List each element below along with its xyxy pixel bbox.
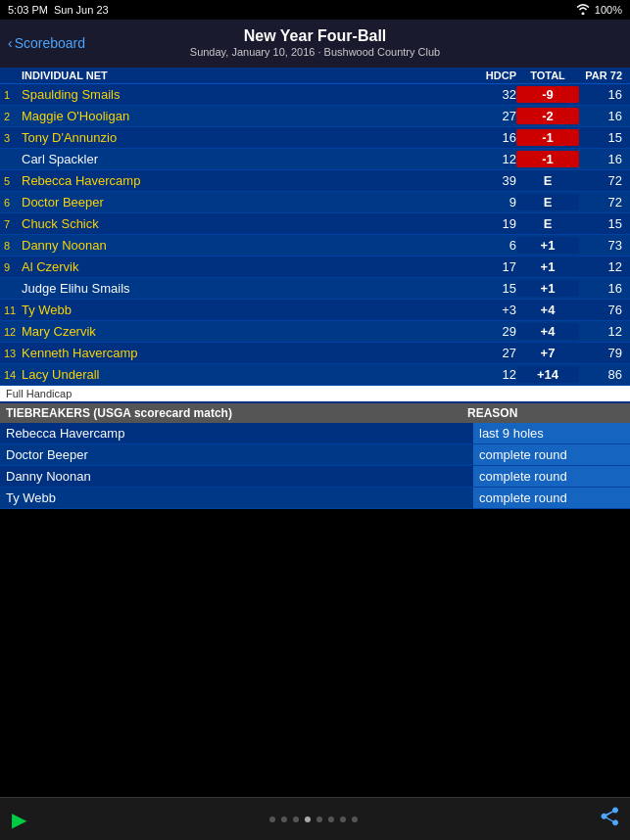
page-dot bbox=[340, 817, 346, 822]
player-par: 12 bbox=[579, 324, 626, 339]
player-rank: 13 bbox=[4, 348, 22, 359]
scoreboard-content: INDIVIDUAL NET HDCP TOTAL PAR 72 1 Spaul… bbox=[0, 68, 630, 509]
tiebreaker-reason: last 9 holes bbox=[473, 423, 630, 443]
table-row[interactable]: 3 Tony D'Annunzio 16 -1 15 bbox=[0, 127, 630, 149]
player-hdcp: 12 bbox=[473, 367, 516, 382]
player-total: -1 bbox=[516, 151, 579, 167]
tiebreaker-row[interactable]: Danny Noonan complete round bbox=[0, 466, 630, 488]
tiebreakers-title: TIEBREAKERS (USGA scorecard match) bbox=[6, 406, 467, 420]
back-button[interactable]: ‹ Scoreboard bbox=[8, 35, 85, 51]
table-row[interactable]: 13 Kenneth Havercamp 27 +7 79 bbox=[0, 343, 630, 364]
page-dot bbox=[352, 817, 358, 822]
player-hdcp: 12 bbox=[473, 152, 516, 166]
player-hdcp: 27 bbox=[473, 346, 516, 360]
player-rank: 11 bbox=[4, 304, 22, 316]
player-name: Danny Noonan bbox=[22, 238, 473, 253]
page-dot bbox=[328, 817, 334, 822]
player-par: 15 bbox=[579, 130, 626, 145]
player-hdcp: 9 bbox=[473, 195, 516, 210]
col-header-hdcp: HDCP bbox=[473, 70, 516, 81]
player-name: Al Czervik bbox=[22, 259, 473, 274]
table-row[interactable]: 1 Spaulding Smails 32 -9 16 bbox=[0, 84, 630, 106]
page-subtitle: Sunday, January 10, 2016 · Bushwood Coun… bbox=[78, 46, 552, 58]
player-hdcp: 16 bbox=[473, 130, 516, 145]
status-date: Sun Jun 23 bbox=[54, 4, 109, 16]
tiebreaker-reason: complete round bbox=[473, 488, 630, 508]
player-hdcp: 32 bbox=[473, 87, 516, 102]
player-par: 79 bbox=[579, 346, 626, 360]
player-total: +4 bbox=[516, 323, 579, 340]
battery-indicator: 100% bbox=[595, 4, 622, 16]
player-total: +1 bbox=[516, 280, 579, 297]
tiebreaker-name: Doctor Beeper bbox=[0, 444, 473, 465]
player-total: +1 bbox=[516, 237, 579, 254]
player-name: Maggie O'Hooligan bbox=[22, 109, 473, 123]
player-par: 76 bbox=[579, 303, 626, 317]
player-hdcp: +3 bbox=[473, 303, 516, 317]
table-row[interactable]: 9 Al Czervik 17 +1 12 bbox=[0, 257, 630, 278]
table-row[interactable]: 2 Maggie O'Hooligan 27 -2 16 bbox=[0, 106, 630, 127]
player-par: 12 bbox=[579, 259, 626, 274]
player-total: -9 bbox=[516, 86, 579, 103]
player-hdcp: 19 bbox=[473, 216, 516, 231]
page-title: New Year Four-Ball bbox=[78, 27, 552, 45]
player-name: Chuck Schick bbox=[22, 216, 473, 231]
player-hdcp: 15 bbox=[473, 281, 516, 296]
player-rank: 14 bbox=[4, 369, 22, 381]
table-row[interactable]: 6 Doctor Beeper 9 E 72 bbox=[0, 192, 630, 213]
tiebreaker-row[interactable]: Rebecca Havercamp last 9 holes bbox=[0, 423, 630, 444]
tiebreaker-name: Rebecca Havercamp bbox=[0, 423, 473, 443]
bottom-toolbar: ▶ bbox=[0, 797, 630, 840]
player-name: Kenneth Havercamp bbox=[22, 346, 473, 360]
player-par: 16 bbox=[579, 109, 626, 123]
tiebreaker-name: Danny Noonan bbox=[0, 466, 473, 487]
player-rank: 3 bbox=[4, 132, 22, 144]
page-indicator bbox=[269, 817, 358, 822]
player-total: +1 bbox=[516, 258, 579, 275]
tiebreaker-row[interactable]: Doctor Beeper complete round bbox=[0, 444, 630, 466]
player-rank: 1 bbox=[4, 89, 22, 101]
player-total: +7 bbox=[516, 345, 579, 361]
share-button[interactable] bbox=[601, 807, 618, 831]
play-button[interactable]: ▶ bbox=[12, 808, 26, 831]
table-row[interactable]: 7 Chuck Schick 19 E 15 bbox=[0, 213, 630, 235]
player-total: E bbox=[516, 172, 579, 189]
player-hdcp: 39 bbox=[473, 173, 516, 188]
footnote: Full Handicap bbox=[0, 386, 630, 401]
tiebreakers-section: TIEBREAKERS (USGA scorecard match) REASO… bbox=[0, 403, 630, 509]
col-header-par: PAR 72 bbox=[579, 70, 626, 81]
player-hdcp: 6 bbox=[473, 238, 516, 253]
wifi-icon bbox=[575, 3, 591, 17]
player-total: +14 bbox=[516, 366, 579, 383]
player-name: Mary Czervik bbox=[22, 324, 473, 339]
player-par: 15 bbox=[579, 216, 626, 231]
table-row[interactable]: 5 Rebecca Havercamp 39 E 72 bbox=[0, 170, 630, 192]
col-header-name: INDIVIDUAL NET bbox=[22, 70, 108, 81]
player-name: Ty Webb bbox=[22, 303, 473, 317]
player-name: Lacy Underall bbox=[22, 367, 473, 382]
table-header: INDIVIDUAL NET HDCP TOTAL PAR 72 bbox=[0, 68, 630, 84]
player-par: 16 bbox=[579, 152, 626, 166]
page-dot bbox=[316, 817, 322, 822]
player-rank: 12 bbox=[4, 326, 22, 338]
player-name: Tony D'Annunzio bbox=[22, 130, 473, 145]
table-row[interactable]: Judge Elihu Smails 15 +1 16 bbox=[0, 278, 630, 300]
tiebreaker-row[interactable]: Ty Webb complete round bbox=[0, 488, 630, 509]
player-total: E bbox=[516, 194, 579, 210]
nav-bar: ‹ Scoreboard New Year Four-Ball Sunday, … bbox=[0, 20, 630, 68]
tiebreakers-header: TIEBREAKERS (USGA scorecard match) REASO… bbox=[0, 403, 630, 423]
back-label: Scoreboard bbox=[15, 35, 85, 51]
player-table: 1 Spaulding Smails 32 -9 16 2 Maggie O'H… bbox=[0, 84, 630, 386]
table-row[interactable]: 11 Ty Webb +3 +4 76 bbox=[0, 300, 630, 321]
tiebreaker-reason: complete round bbox=[473, 466, 630, 487]
table-row[interactable]: Carl Spackler 12 -1 16 bbox=[0, 149, 630, 170]
player-name: Carl Spackler bbox=[22, 152, 473, 166]
table-row[interactable]: 8 Danny Noonan 6 +1 73 bbox=[0, 235, 630, 257]
page-dot bbox=[281, 817, 287, 822]
chevron-left-icon: ‹ bbox=[8, 35, 13, 51]
table-row[interactable]: 12 Mary Czervik 29 +4 12 bbox=[0, 321, 630, 343]
table-row[interactable]: 14 Lacy Underall 12 +14 86 bbox=[0, 364, 630, 386]
tiebreakers-reason-header: REASON bbox=[467, 406, 624, 420]
player-total: E bbox=[516, 215, 579, 232]
player-name: Rebecca Havercamp bbox=[22, 173, 473, 188]
